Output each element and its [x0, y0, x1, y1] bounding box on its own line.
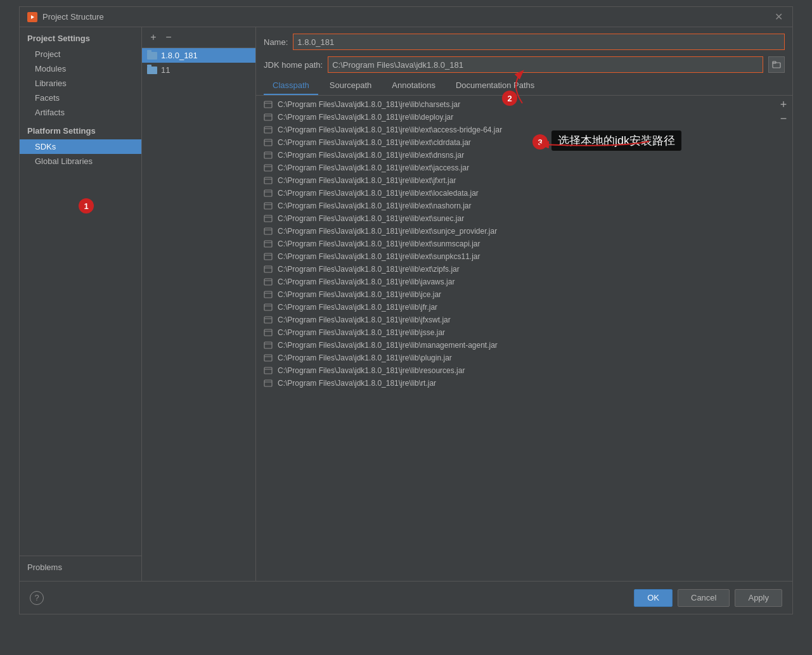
- classpath-list-item[interactable]: C:\Program Files\Java\jdk1.8.0_181\jre\l…: [256, 212, 792, 225]
- apply-button[interactable]: Apply: [735, 589, 782, 607]
- classpath-list-item[interactable]: C:\Program Files\Java\jdk1.8.0_181\jre\l…: [256, 377, 792, 390]
- svg-rect-48: [264, 380, 272, 386]
- jar-icon: [264, 328, 273, 337]
- jdk-label: JDK home path:: [264, 60, 323, 70]
- tabs-bar: Classpath Sourcepath Annotations Documen…: [256, 77, 792, 96]
- jar-icon: [264, 252, 273, 261]
- app-icon: [27, 12, 37, 22]
- classpath-list-item[interactable]: C:\Program Files\Java\jdk1.8.0_181\jre\l…: [256, 136, 792, 149]
- svg-rect-8: [264, 127, 272, 133]
- remove-sdk-button[interactable]: −: [162, 31, 175, 44]
- classpath-item-text: C:\Program Files\Java\jdk1.8.0_181\jre\l…: [278, 303, 437, 312]
- svg-rect-24: [264, 228, 272, 234]
- classpath-list-item[interactable]: C:\Program Files\Java\jdk1.8.0_181\jre\l…: [256, 174, 792, 187]
- project-structure-dialog: Project Structure ✕ Project Settings Pro…: [19, 6, 793, 614]
- jar-icon: [264, 113, 273, 122]
- classpath-list-item[interactable]: C:\Program Files\Java\jdk1.8.0_181\jre\l…: [256, 314, 792, 326]
- jar-icon: [264, 151, 273, 160]
- classpath-item-text: C:\Program Files\Java\jdk1.8.0_181\jre\l…: [278, 265, 460, 274]
- callout-3-text: 选择本地的jdk安装路径: [551, 130, 681, 151]
- folder-icon-1: [147, 52, 157, 60]
- svg-rect-36: [264, 304, 272, 310]
- sidebar-item-sdks[interactable]: SDKs: [20, 139, 141, 154]
- classpath-list-item[interactable]: C:\Program Files\Java\jdk1.8.0_181\jre\l…: [256, 238, 792, 250]
- add-sdk-button[interactable]: +: [147, 31, 160, 44]
- classpath-list-item[interactable]: C:\Program Files\Java\jdk1.8.0_181\jre\l…: [256, 162, 792, 174]
- svg-rect-20: [264, 203, 272, 209]
- classpath-item-text: C:\Program Files\Java\jdk1.8.0_181\jre\l…: [278, 277, 454, 286]
- classpath-list-item[interactable]: C:\Program Files\Java\jdk1.8.0_181\jre\l…: [256, 301, 792, 314]
- classpath-item-text: C:\Program Files\Java\jdk1.8.0_181\jre\l…: [278, 113, 453, 122]
- classpath-list-item[interactable]: C:\Program Files\Java\jdk1.8.0_181\jre\l…: [256, 364, 792, 377]
- sidebar-item-artifacts[interactable]: Artifacts: [20, 105, 141, 120]
- classpath-item-text: C:\Program Files\Java\jdk1.8.0_181\jre\l…: [278, 341, 498, 350]
- classpath-item-text: C:\Program Files\Java\jdk1.8.0_181\jre\l…: [278, 227, 497, 236]
- classpath-list-item[interactable]: C:\Program Files\Java\jdk1.8.0_181\jre\l…: [256, 250, 792, 263]
- sdk-label-1: 1.8.0_181: [161, 51, 198, 60]
- jar-icon: [264, 265, 273, 274]
- tab-classpath[interactable]: Classpath: [264, 77, 318, 95]
- classpath-list-item[interactable]: C:\Program Files\Java\jdk1.8.0_181\jre\l…: [256, 276, 792, 288]
- classpath-list-item[interactable]: C:\Program Files\Java\jdk1.8.0_181\jre\l…: [256, 187, 792, 200]
- classpath-add-button[interactable]: +: [777, 98, 790, 111]
- classpath-item-text: C:\Program Files\Java\jdk1.8.0_181\jre\l…: [278, 100, 460, 109]
- classpath-item-text: C:\Program Files\Java\jdk1.8.0_181\jre\l…: [278, 138, 471, 147]
- sidebar-item-modules[interactable]: Modules: [20, 61, 141, 76]
- sidebar-item-project[interactable]: Project: [20, 47, 141, 61]
- svg-rect-32: [264, 279, 272, 285]
- classpath-list-item[interactable]: C:\Program Files\Java\jdk1.8.0_181\jre\l…: [256, 149, 792, 162]
- classpath-list-item[interactable]: C:\Program Files\Java\jdk1.8.0_181\jre\l…: [256, 326, 792, 339]
- cancel-button[interactable]: Cancel: [678, 589, 730, 607]
- close-button[interactable]: ✕: [772, 11, 785, 23]
- tab-documentation-paths[interactable]: Documentation Paths: [447, 77, 543, 95]
- classpath-list-item[interactable]: C:\Program Files\Java\jdk1.8.0_181\jre\l…: [256, 339, 792, 352]
- classpath-list-item[interactable]: C:\Program Files\Java\jdk1.8.0_181\jre\l…: [256, 111, 792, 124]
- classpath-list-item[interactable]: C:\Program Files\Java\jdk1.8.0_181\jre\l…: [256, 288, 792, 301]
- svg-rect-10: [264, 139, 272, 146]
- sdk-list: 1.8.0_181 11: [142, 48, 255, 581]
- jdk-browse-button[interactable]: [768, 56, 785, 73]
- classpath-list-item[interactable]: C:\Program Files\Java\jdk1.8.0_181\jre\l…: [256, 225, 792, 238]
- sdk-item-1.8.0_181[interactable]: 1.8.0_181: [142, 48, 255, 63]
- callout-2: 2: [502, 91, 517, 106]
- svg-rect-40: [264, 329, 272, 336]
- jar-icon: [264, 201, 273, 210]
- classpath-list-item[interactable]: C:\Program Files\Java\jdk1.8.0_181\jre\l…: [256, 200, 792, 212]
- tab-sourcepath[interactable]: Sourcepath: [321, 77, 381, 95]
- classpath-list-item[interactable]: C:\Program Files\Java\jdk1.8.0_181\jre\l…: [256, 124, 792, 136]
- jar-icon: [264, 176, 273, 185]
- classpath-list-item[interactable]: C:\Program Files\Java\jdk1.8.0_181\jre\l…: [256, 98, 792, 111]
- svg-rect-22: [264, 215, 272, 222]
- jar-icon: [264, 303, 273, 312]
- callout-3: 3: [532, 134, 548, 149]
- classpath-remove-button[interactable]: −: [777, 112, 790, 125]
- tab-annotations[interactable]: Annotations: [383, 77, 444, 95]
- sdk-item-11[interactable]: 11: [142, 63, 255, 77]
- jar-icon: [264, 138, 273, 147]
- jar-icon: [264, 125, 273, 134]
- svg-rect-38: [264, 317, 272, 323]
- name-input[interactable]: [293, 34, 785, 50]
- jar-icon: [264, 214, 273, 223]
- main-content: Project Settings Project Modules Librari…: [20, 27, 792, 581]
- sdk-list-panel: + − 1.8.0_181 11: [142, 27, 256, 581]
- svg-rect-46: [264, 367, 272, 374]
- classpath-item-text: C:\Program Files\Java\jdk1.8.0_181\jre\l…: [278, 201, 471, 210]
- sidebar-item-libraries[interactable]: Libraries: [20, 76, 141, 91]
- sidebar-item-facets[interactable]: Facets: [20, 91, 141, 105]
- ok-button[interactable]: OK: [634, 589, 673, 607]
- classpath-list-item[interactable]: C:\Program Files\Java\jdk1.8.0_181\jre\l…: [256, 263, 792, 276]
- classpath-item-text: C:\Program Files\Java\jdk1.8.0_181\jre\l…: [278, 176, 456, 185]
- classpath-list-item[interactable]: C:\Program Files\Java\jdk1.8.0_181\jre\l…: [256, 352, 792, 364]
- svg-rect-30: [264, 266, 272, 272]
- right-panel: Name: JDK home path: Classpath Sourcepat…: [256, 27, 792, 581]
- sidebar-item-problems[interactable]: Problems: [20, 560, 141, 575]
- classpath-list: C:\Program Files\Java\jdk1.8.0_181\jre\l…: [256, 96, 792, 581]
- sdk-label-2: 11: [161, 65, 170, 75]
- sidebar-item-global-libraries[interactable]: Global Libraries: [20, 154, 141, 169]
- svg-rect-14: [264, 165, 272, 171]
- jdk-home-input[interactable]: [328, 56, 763, 73]
- svg-rect-12: [264, 152, 272, 158]
- jar-icon: [264, 227, 273, 236]
- help-button[interactable]: ?: [30, 591, 44, 605]
